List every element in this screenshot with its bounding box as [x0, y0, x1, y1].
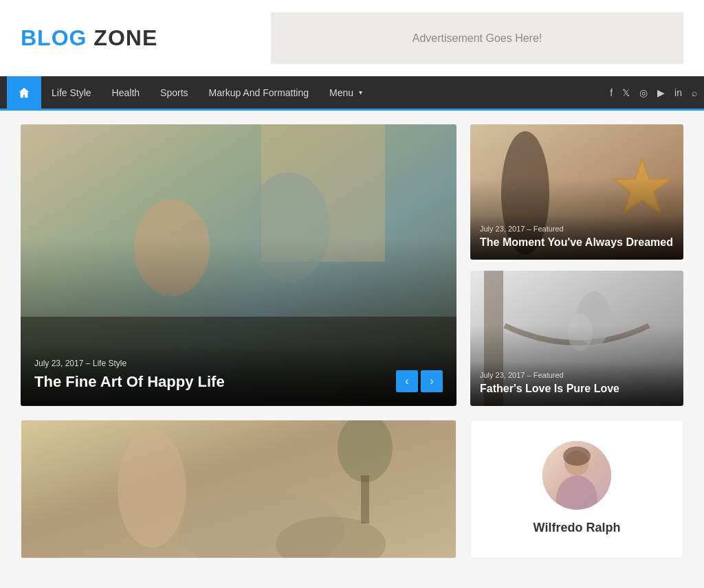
bottom-right-caption: July 23, 2017 – Featured Father's Love I… — [470, 361, 683, 406]
logo-blog: BLOG — [21, 25, 87, 50]
bottom-image-svg — [21, 420, 456, 558]
linkedin-icon[interactable]: in — [674, 87, 682, 98]
featured-top-right-card[interactable]: July 23, 2017 – Featured The Moment You'… — [470, 124, 683, 260]
featured-main-caption: July 23, 2017 – Life Style The Fine Art … — [21, 345, 456, 406]
featured-bottom-right-card[interactable]: July 23, 2017 – Featured Father's Love I… — [470, 271, 683, 406]
nav-left: Life Style Health Sports Markup And Form… — [7, 76, 373, 109]
featured-side-cards: July 23, 2017 – Featured The Moment You'… — [470, 124, 683, 406]
top-section: July 23, 2017 – Life Style The Fine Art … — [21, 124, 683, 406]
site-header: BLOG ZONE Advertisement Goes Here! — [0, 0, 704, 76]
featured-main-title: The Fine Art Of Happy Life — [34, 372, 443, 392]
featured-main-meta: July 23, 2017 – Life Style — [34, 359, 443, 368]
author-name: Wilfredo Ralph — [534, 521, 621, 535]
nav-item-menu[interactable]: Menu ▾ — [319, 76, 373, 109]
chevron-down-icon: ▾ — [359, 89, 362, 96]
nav-social-icons: f 𝕏 ◎ ▶ in ⌕ — [610, 87, 697, 98]
site-logo[interactable]: BLOG ZONE — [21, 25, 157, 51]
twitter-icon[interactable]: 𝕏 — [622, 87, 630, 98]
search-icon[interactable]: ⌕ — [692, 87, 697, 98]
bottom-section: Wilfredo Ralph — [21, 420, 683, 558]
facebook-icon[interactable]: f — [610, 87, 613, 98]
instagram-icon[interactable]: ◎ — [639, 87, 648, 98]
top-right-title: The Moment You've Always Dreamed — [480, 236, 674, 250]
nav-home-button[interactable] — [7, 76, 41, 109]
author-widget: Wilfredo Ralph — [470, 420, 683, 558]
home-icon — [18, 87, 30, 99]
nav-item-markup[interactable]: Markup And Formatting — [199, 76, 320, 109]
main-navbar: Life Style Health Sports Markup And Form… — [0, 76, 704, 111]
slider-next-button[interactable]: › — [421, 370, 443, 392]
nav-item-sports[interactable]: Sports — [150, 76, 198, 109]
author-avatar — [542, 441, 611, 510]
svg-point-25 — [563, 446, 591, 466]
svg-rect-20 — [361, 475, 369, 523]
bottom-article-image — [21, 420, 456, 558]
author-avatar-svg — [542, 441, 611, 510]
nav-item-lifestyle[interactable]: Life Style — [41, 76, 102, 109]
bottom-right-title: Father's Love Is Pure Love — [480, 382, 674, 396]
featured-main-card[interactable]: July 23, 2017 – Life Style The Fine Art … — [21, 124, 456, 406]
bottom-article-card[interactable] — [21, 420, 456, 558]
nav-item-health[interactable]: Health — [102, 76, 150, 109]
slider-controls: ‹ › — [396, 370, 443, 392]
svg-point-18 — [118, 431, 186, 547]
main-content: July 23, 2017 – Life Style The Fine Art … — [0, 111, 704, 572]
youtube-icon[interactable]: ▶ — [657, 87, 665, 98]
bottom-right-meta: July 23, 2017 – Featured — [480, 371, 674, 379]
top-right-caption: July 23, 2017 – Featured The Moment You'… — [470, 215, 683, 260]
logo-zone: ZONE — [87, 25, 157, 50]
advertisement-banner: Advertisement Goes Here! — [271, 12, 683, 64]
slider-prev-button[interactable]: ‹ — [396, 370, 418, 392]
top-right-meta: July 23, 2017 – Featured — [480, 225, 674, 233]
